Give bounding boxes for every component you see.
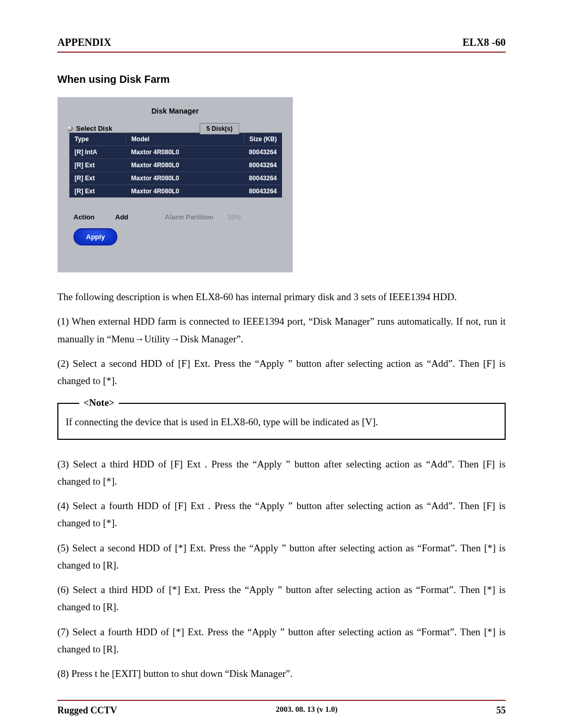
action-value[interactable]: Add: [115, 213, 165, 221]
cell-type: [R] Ext: [69, 159, 126, 172]
footer-left: Rugged CCTV: [57, 705, 117, 716]
footer-page-number: 55: [496, 705, 506, 716]
cell-size: 80043264: [244, 146, 282, 159]
disk-manager-title: Disk Manager: [58, 97, 292, 115]
note-text: If connecting the device that is used in…: [66, 414, 497, 430]
table-header-row: Type Model Size (KB): [69, 133, 282, 146]
alarm-partition-label: Alarm Partition: [165, 213, 227, 221]
cell-size: 80043264: [244, 185, 282, 198]
step-6: (6) Select a third HDD of [*] Ext. Press…: [57, 581, 506, 616]
select-disk-label: Select Disk: [76, 125, 112, 132]
table-row[interactable]: [R] Ext Maxtor 4R080L0 80043264: [69, 172, 282, 185]
action-row: Action Add Alarm Partition 10%: [74, 213, 282, 221]
table-row[interactable]: [R] Ext Maxtor 4R080L0 80043264: [69, 159, 282, 172]
step-8: (8) Press t he [EXIT] button to shut dow…: [57, 665, 506, 682]
step-7: (7) Select a fourth HDD of [*] Ext. Pres…: [57, 623, 506, 658]
header-rule: [57, 52, 506, 53]
step-4: (4) Select a fourth HDD of [F] Ext . Pre…: [57, 497, 506, 532]
note-legend: <Note>: [79, 397, 119, 409]
step-1: (1) When external HDD farm is connected …: [57, 313, 506, 348]
bullet-icon: [67, 126, 73, 131]
col-model: Model: [126, 133, 244, 146]
col-type: Type: [69, 133, 126, 146]
cell-size: 80043264: [244, 172, 282, 185]
page: APPENDIX ELX8 -60 When using Disk Farm D…: [0, 0, 563, 728]
cell-size: 80043264: [244, 159, 282, 172]
step-5: (5) Select a second HDD of [*] Ext. Pres…: [57, 539, 506, 574]
note-box: <Note> If connecting the device that is …: [57, 403, 506, 439]
header-right: ELX8 -60: [462, 36, 506, 48]
cell-model: Maxtor 4R080L0: [126, 146, 244, 159]
alarm-partition-value: 10%: [227, 213, 241, 221]
page-footer: Rugged CCTV 2003. 08. 13 (v 1.0) 55: [57, 705, 506, 716]
disk-count-badge: 5 Disk(s): [200, 123, 239, 134]
cell-type: [R] Ext: [69, 185, 126, 198]
select-disk-row: Select Disk 5 Disk(s): [67, 125, 283, 133]
disk-table: Type Model Size (KB) [R] IntA Maxtor 4R0…: [69, 133, 282, 198]
page-header: APPENDIX ELX8 -60: [57, 36, 506, 52]
footer-center: 2003. 08. 13 (v 1.0): [276, 705, 338, 716]
footer-rule: [57, 700, 506, 701]
cell-type: [R] IntA: [69, 146, 126, 159]
cell-model: Maxtor 4R080L0: [126, 159, 244, 172]
cell-model: Maxtor 4R080L0: [126, 185, 244, 198]
col-size: Size (KB): [244, 133, 282, 146]
cell-model: Maxtor 4R080L0: [126, 172, 244, 185]
step-2: (2) Select a second HDD of [F] Ext. Pres…: [57, 355, 506, 390]
cell-type: [R] Ext: [69, 172, 126, 185]
header-left: APPENDIX: [57, 36, 111, 48]
intro-paragraph: The following description is when ELX8-6…: [57, 288, 506, 305]
apply-button[interactable]: Apply: [74, 228, 117, 245]
section-title: When using Disk Farm: [57, 73, 506, 85]
disk-manager-panel: Disk Manager Select Disk 5 Disk(s) Type …: [57, 97, 293, 273]
table-row[interactable]: [R] IntA Maxtor 4R080L0 80043264: [69, 146, 282, 159]
table-row[interactable]: [R] Ext Maxtor 4R080L0 80043264: [69, 185, 282, 198]
step-3: (3) Select a third HDD of [F] Ext . Pres…: [57, 455, 506, 490]
action-label: Action: [74, 213, 115, 221]
